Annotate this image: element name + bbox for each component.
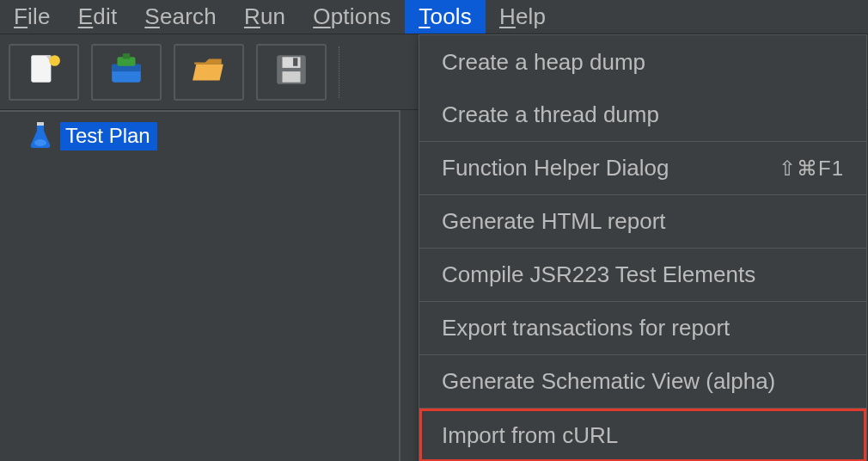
toolbar-divider	[339, 46, 340, 98]
tools-item-label: Import from cURL	[442, 422, 618, 449]
svg-rect-11	[37, 122, 44, 126]
flask-icon	[29, 122, 52, 150]
tools-item-label: Compile JSR223 Test Elements	[442, 261, 755, 288]
toolbox-icon	[108, 52, 144, 93]
folder-open-icon	[191, 52, 227, 93]
tools-item-import-curl[interactable]: Import from cURL	[419, 409, 866, 461]
menu-options[interactable]: Options	[299, 0, 405, 34]
svg-rect-8	[283, 57, 301, 68]
svg-rect-10	[283, 71, 301, 83]
tools-item-export-transactions[interactable]: Export transactions for report	[419, 302, 866, 355]
new-file-icon	[26, 52, 62, 93]
menu-tools[interactable]: Tools	[405, 0, 486, 34]
tools-item-shortcut: ⇧⌘F1	[779, 157, 844, 181]
menu-edit[interactable]: Edit	[64, 0, 131, 34]
tools-item-thread-dump[interactable]: Create a thread dump	[419, 89, 866, 142]
tools-item-function-helper[interactable]: Function Helper Dialog ⇧⌘F1	[419, 142, 866, 195]
tools-item-label: Create a heap dump	[442, 49, 645, 76]
tree-root-row[interactable]: Test Plan	[0, 119, 399, 153]
tools-item-compile-jsr223[interactable]: Compile JSR223 Test Elements	[419, 249, 866, 302]
save-button[interactable]	[256, 44, 327, 101]
tools-item-label: Create a thread dump	[442, 101, 659, 128]
svg-rect-0	[31, 55, 51, 82]
open-button[interactable]	[174, 44, 244, 101]
new-file-button[interactable]	[9, 44, 79, 101]
tree-root-label: Test Plan	[60, 122, 157, 151]
menubar: File Edit Search Run Options Tools Help	[0, 0, 868, 34]
open-template-button[interactable]	[91, 44, 162, 101]
menu-file[interactable]: File	[0, 0, 64, 34]
tools-item-label: Function Helper Dialog	[442, 155, 669, 181]
svg-point-12	[34, 139, 46, 146]
save-icon	[273, 52, 309, 93]
menu-help[interactable]: Help	[486, 0, 559, 34]
svg-rect-9	[293, 58, 297, 65]
tools-item-heap-dump[interactable]: Create a heap dump	[419, 35, 866, 89]
menu-run[interactable]: Run	[230, 0, 299, 34]
tree-panel[interactable]: Test Plan	[0, 110, 400, 461]
tools-item-label: Export transactions for report	[442, 315, 730, 341]
svg-point-2	[49, 55, 60, 66]
tools-item-schematic-view[interactable]: Generate Schematic View (alpha)	[419, 355, 866, 409]
svg-rect-6	[123, 53, 130, 58]
tools-item-label: Generate Schematic View (alpha)	[442, 368, 775, 395]
tools-dropdown: Create a heap dump Create a thread dump …	[419, 34, 867, 461]
tools-item-generate-html[interactable]: Generate HTML report	[419, 195, 866, 249]
menu-search[interactable]: Search	[131, 0, 230, 34]
tools-item-label: Generate HTML report	[442, 208, 666, 235]
